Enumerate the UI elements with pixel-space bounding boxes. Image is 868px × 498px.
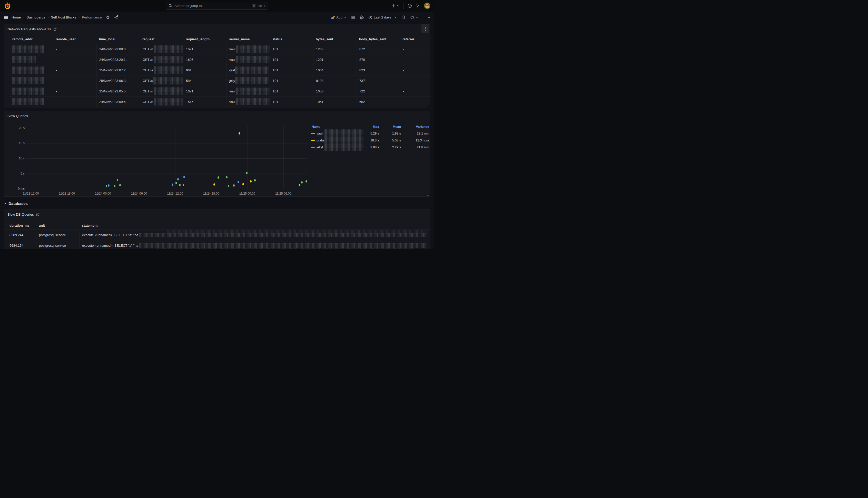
column-header[interactable]: statement	[79, 224, 430, 227]
news-rss-button[interactable]	[416, 4, 420, 8]
add-panel-icon	[331, 15, 335, 19]
x-axis-label: 11/24 06:00	[127, 192, 151, 195]
legend-header-max[interactable]: Max	[356, 125, 379, 129]
cell-status: 101	[270, 44, 313, 54]
cell-time-local: 25/Nov/2023:07:2...	[96, 65, 140, 75]
column-header[interactable]: bytes_sent	[313, 37, 356, 41]
user-avatar[interactable]	[424, 3, 430, 9]
scatter-point	[213, 183, 215, 186]
column-header[interactable]: time_local	[96, 37, 140, 41]
blurred-value	[235, 66, 269, 74]
blurred-value	[139, 233, 426, 237]
new-button[interactable]	[392, 4, 399, 8]
column-header[interactable]: remote_addr	[10, 37, 53, 41]
breadcrumb-home[interactable]: Home	[12, 15, 21, 19]
y-axis-label: 10 s	[11, 157, 25, 160]
panel-resize-handle[interactable]	[427, 105, 429, 107]
search-icon	[168, 4, 172, 8]
cell-unit: postgresql.service	[36, 240, 79, 249]
x-axis-label: 11/23 12:00	[19, 192, 42, 195]
column-header[interactable]: server_name	[227, 37, 270, 41]
scatter-point	[184, 176, 185, 178]
section-databases[interactable]: Databases	[4, 200, 28, 207]
external-link-icon[interactable]	[36, 213, 40, 216]
table-row: 8289.244 postgresql.service execute <unn…	[4, 230, 430, 240]
cell-remote-user: -	[53, 96, 96, 107]
series-color-chip	[311, 140, 315, 141]
share-icon[interactable]	[114, 15, 119, 19]
external-link-icon[interactable]	[53, 27, 57, 31]
table-row: 5684.154 postgresql.service execute <unn…	[4, 240, 430, 249]
legend-header-mean[interactable]: Mean	[379, 125, 401, 129]
hamburger-menu-icon[interactable]	[4, 15, 9, 20]
dashboard-settings-icon[interactable]	[360, 15, 364, 19]
panel-title[interactable]: Network Requests Above 1s	[8, 27, 51, 31]
breadcrumb-folder[interactable]: Self Host Blocks	[51, 15, 76, 19]
network-table: remote_addrremote_usertime_localrequestr…	[4, 35, 430, 108]
time-range-picker[interactable]: Last 2 days	[368, 15, 397, 19]
cell-duration-ms: 5684.154	[4, 240, 36, 249]
scatter-point	[239, 132, 240, 134]
cell-request: GET /a	[140, 65, 183, 75]
add-button[interactable]: Add	[331, 15, 347, 19]
column-header[interactable]: request_length	[183, 37, 227, 41]
scatter-point	[117, 179, 118, 181]
column-header[interactable]: duration_ms	[4, 224, 36, 227]
panel-title[interactable]: Slow Queries	[8, 114, 28, 118]
scatter-point	[242, 183, 244, 185]
search-input[interactable]: Search or jump to... ctrl+k	[166, 2, 268, 10]
blurred-value	[236, 98, 270, 105]
cell-remote-user: -	[53, 76, 96, 86]
x-axis-label: 11/25 00:00	[236, 192, 259, 195]
blurred-value	[12, 98, 44, 105]
chevron-down-icon	[344, 16, 347, 19]
breadcrumb-dashboards[interactable]: Dashboards	[26, 15, 45, 19]
scatter-point	[228, 185, 229, 187]
cell-request-length: 961	[183, 65, 227, 75]
blurred-value	[12, 88, 44, 95]
cell-status: 101	[270, 96, 313, 107]
save-dashboard-button[interactable]	[351, 15, 355, 19]
y-axis-label: 20 s	[11, 126, 25, 130]
cell-request: GET /n	[140, 44, 183, 54]
db-table-header: duration_msunitstatement	[4, 221, 430, 230]
blurred-value	[12, 77, 44, 84]
panel-resize-handle[interactable]	[427, 194, 429, 196]
cell-bytes-sent: 1203	[313, 44, 356, 54]
legend-header-name[interactable]: Name	[311, 125, 356, 129]
series-color-chip	[311, 133, 315, 134]
panel-menu-kebab-icon[interactable]	[421, 24, 429, 33]
blurred-value	[167, 230, 426, 233]
chevron-down-icon	[416, 16, 418, 19]
chart-legend: Name Max Mean Variance vault 5.29 s 1.92…	[311, 124, 429, 151]
keyboard-icon	[252, 4, 256, 8]
table-row: - 25/Nov/2023:07:2... GET /a 961 graf 10…	[10, 65, 430, 75]
column-header[interactable]: referrer	[400, 37, 430, 41]
cell-bytes-sent: 1051	[313, 96, 356, 107]
scatter-point	[299, 184, 300, 186]
scatter-chart: 11/23 12:0011/23 18:0011/24 00:0011/24 0…	[27, 126, 307, 189]
column-header[interactable]: status	[270, 37, 313, 41]
cell-server-name: vaul	[227, 86, 270, 96]
column-header[interactable]: unit	[36, 224, 79, 227]
column-header[interactable]: body_bytes_sent	[356, 37, 400, 41]
x-gridline	[139, 126, 139, 189]
grafana-logo-icon[interactable]	[4, 2, 11, 10]
cell-status: 101	[270, 86, 313, 96]
panel-slow-queries: Slow Queries 11/23 12:0011/23 18:0011/24…	[4, 110, 430, 197]
panel-title[interactable]: Slow DB Queries	[8, 212, 34, 217]
legend-mean: 5.03 s	[379, 139, 401, 142]
column-header[interactable]: request	[140, 37, 183, 41]
legend-header-variance[interactable]: Variance	[401, 125, 429, 129]
zoom-out-time-icon[interactable]	[402, 15, 406, 19]
refresh-button[interactable]	[410, 15, 418, 19]
cell-body-bytes-sent: 7371	[356, 76, 400, 86]
blurred-value	[12, 45, 44, 53]
favorite-star-icon[interactable]	[106, 15, 110, 19]
breadcrumb-current: Performance	[82, 15, 101, 19]
help-button[interactable]	[408, 4, 412, 8]
cell-referrer: -	[400, 54, 430, 65]
blurred-value	[154, 87, 183, 95]
column-header[interactable]: remote_user	[53, 37, 96, 41]
collapse-toolbar-icon[interactable]	[427, 16, 431, 19]
